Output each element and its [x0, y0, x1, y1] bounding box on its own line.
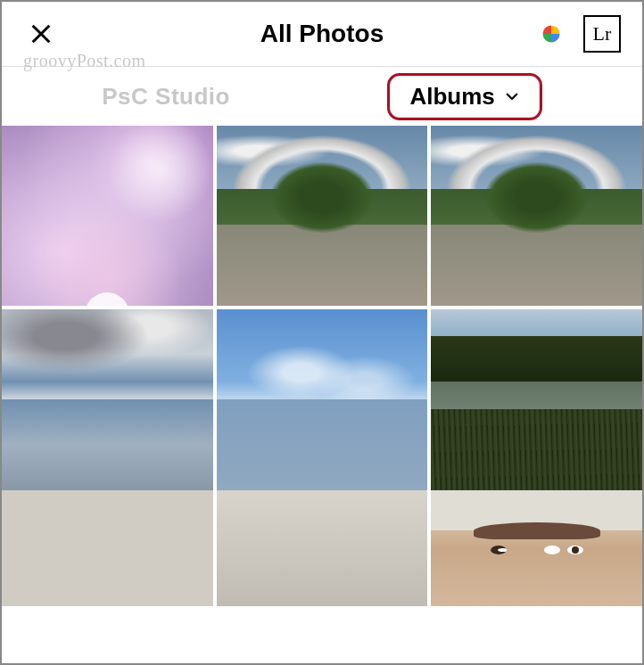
source-tabs: PsC Studio Albums: [2, 67, 642, 126]
close-icon: [29, 21, 54, 46]
chevron-down-icon: [504, 88, 520, 104]
tab-psc-studio[interactable]: PsC Studio: [102, 83, 230, 111]
photo-thumbnail[interactable]: [431, 126, 642, 306]
photo-thumbnail[interactable]: [431, 309, 642, 489]
photo-thumbnail[interactable]: [2, 490, 213, 606]
page-title: All Photos: [260, 20, 384, 48]
photo-thumbnail[interactable]: [2, 126, 213, 306]
header-bar: All Photos Lr: [2, 2, 642, 66]
photo-thumbnail[interactable]: [217, 126, 428, 306]
photo-thumbnail[interactable]: [217, 309, 428, 489]
lightroom-label: Lr: [593, 22, 612, 45]
google-photos-button[interactable]: [533, 16, 569, 52]
app-frame: All Photos Lr groovyPost.com PsC Studio …: [0, 0, 644, 665]
photo-grid-row: [2, 490, 642, 606]
close-button[interactable]: [23, 16, 59, 52]
photo-thumbnail[interactable]: [431, 490, 642, 606]
header-actions: Lr: [533, 15, 621, 53]
photo-thumbnail[interactable]: [2, 309, 213, 489]
photo-thumbnail[interactable]: [217, 490, 428, 606]
albums-label: Albums: [409, 83, 494, 111]
photo-grid: [2, 126, 642, 490]
albums-dropdown[interactable]: Albums: [387, 73, 541, 120]
lightroom-button[interactable]: Lr: [583, 15, 621, 53]
google-photos-icon: [534, 17, 568, 51]
